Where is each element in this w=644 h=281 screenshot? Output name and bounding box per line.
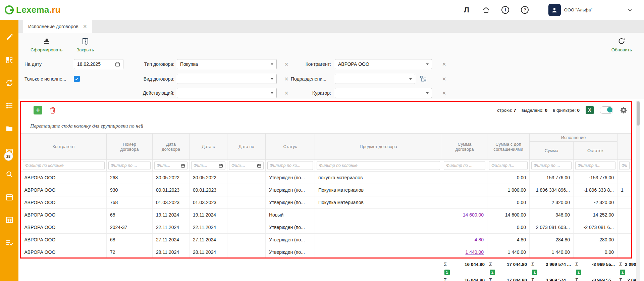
column-header[interactable]: Сумма с доп соглашениями bbox=[487, 134, 530, 160]
grid-toggle[interactable] bbox=[600, 106, 613, 114]
cell[interactable]: 2024-37 bbox=[107, 221, 153, 234]
cell[interactable] bbox=[227, 196, 266, 209]
cell[interactable] bbox=[227, 246, 266, 259]
cell[interactable]: 268 bbox=[107, 172, 153, 184]
cell[interactable]: Покупка материалов bbox=[315, 184, 442, 196]
cell[interactable]: 27.11.2024 bbox=[153, 234, 190, 246]
cell[interactable] bbox=[227, 234, 266, 246]
sum-link[interactable]: 1 440.00 bbox=[466, 249, 484, 255]
cell[interactable]: 09.01.2023 bbox=[153, 184, 190, 196]
cell[interactable]: 1 896 334 896... bbox=[530, 184, 574, 196]
cell[interactable]: 153 776.00 bbox=[530, 172, 574, 184]
cell[interactable] bbox=[227, 184, 266, 196]
cell[interactable] bbox=[442, 184, 487, 196]
sum-link[interactable]: 4.80 bbox=[475, 237, 484, 242]
delete-row-button[interactable] bbox=[48, 106, 57, 114]
column-filter-input[interactable]: Фильтр по ... bbox=[531, 161, 572, 170]
cell[interactable]: Утвержден (по... bbox=[266, 172, 315, 184]
calendar-icon[interactable] bbox=[219, 163, 223, 168]
cell[interactable]: 1 440.00 bbox=[530, 246, 574, 259]
clear-counterparty-icon[interactable]: × bbox=[440, 59, 448, 69]
calendar-icon[interactable] bbox=[257, 163, 261, 168]
cell[interactable]: АВРОРА ООО bbox=[21, 221, 107, 234]
cell[interactable]: 0.00 bbox=[487, 221, 530, 234]
cell[interactable]: АВРОРА ООО bbox=[21, 246, 107, 259]
sum-link[interactable]: 14 600.00 bbox=[463, 212, 484, 218]
cell[interactable]: 27.11.2024 bbox=[190, 234, 227, 246]
table-row[interactable]: АВРОРА ООО7228.11.202428.11.2024Утвержде… bbox=[21, 246, 632, 259]
cell[interactable]: Утвержден (по... bbox=[266, 184, 315, 196]
cell[interactable]: АВРОРА ООО bbox=[21, 172, 107, 184]
cell[interactable] bbox=[227, 172, 266, 184]
calendar-icon[interactable] bbox=[5, 193, 13, 201]
cell[interactable]: 30.05.2022 bbox=[153, 172, 190, 184]
active-select[interactable] bbox=[177, 88, 277, 98]
scrollbar-thumb[interactable] bbox=[637, 101, 640, 126]
cell[interactable]: Утвержден (по... bbox=[266, 234, 315, 246]
clear-active-icon[interactable]: × bbox=[282, 88, 291, 98]
cell[interactable]: -153 776.00 bbox=[574, 172, 618, 184]
contract-kind-select[interactable] bbox=[177, 74, 277, 84]
column-filter-input[interactable]: Фильтр по колонке bbox=[23, 161, 105, 170]
clear-contract-kind-icon[interactable]: × bbox=[282, 74, 291, 84]
cell[interactable]: 2 073 081 603... bbox=[530, 221, 574, 234]
mail-icon[interactable]: 28 bbox=[5, 147, 13, 155]
cell[interactable] bbox=[618, 209, 632, 221]
cell[interactable]: -2 320.00 bbox=[574, 196, 618, 209]
column-filter-input[interactable]: Фильтр п... bbox=[575, 161, 615, 170]
cell[interactable] bbox=[618, 196, 632, 209]
cell[interactable]: 1 440.00 bbox=[487, 246, 530, 259]
column-header[interactable]: Дата с bbox=[190, 134, 227, 160]
cell[interactable]: 19.11.2024 bbox=[190, 209, 227, 221]
cell[interactable] bbox=[442, 221, 487, 234]
help-icon[interactable]: ? bbox=[520, 5, 530, 15]
cell[interactable]: 1 000.00 bbox=[487, 184, 530, 196]
only-executed-checkbox[interactable] bbox=[74, 76, 80, 82]
clear-division-icon[interactable]: × bbox=[440, 74, 448, 84]
tasks-icon[interactable] bbox=[5, 239, 13, 247]
table-row[interactable]: АВРОРА ООО26830.05.202230.05.2022Утвержд… bbox=[21, 172, 632, 184]
calendar-icon[interactable] bbox=[181, 163, 185, 168]
sum-selected-badge[interactable]: Σ bbox=[620, 270, 625, 275]
search-icon[interactable] bbox=[5, 170, 13, 178]
cell[interactable]: 4.80 bbox=[442, 234, 487, 246]
table-row[interactable]: АВРОРА ООО6519.11.202419.11.2024Новый14 … bbox=[21, 209, 632, 221]
table-row[interactable]: АВРОРА ООО93009.01.202309.01.2023Утвержд… bbox=[21, 184, 632, 196]
spreadsheet-icon[interactable] bbox=[5, 216, 13, 224]
curator-select[interactable] bbox=[335, 88, 432, 98]
cell[interactable]: Утвержден (по... bbox=[266, 221, 315, 234]
cell[interactable] bbox=[618, 246, 632, 259]
cell[interactable]: -1 896 333 8... bbox=[574, 184, 618, 196]
account-menu[interactable]: ООО "Альфа" bbox=[548, 4, 592, 16]
cell[interactable]: 14 600.00 bbox=[442, 209, 487, 221]
cell[interactable]: 284.80 bbox=[530, 234, 574, 246]
cell[interactable]: 28.11.2024 bbox=[153, 246, 190, 259]
column-header[interactable]: Дата договора bbox=[153, 134, 190, 160]
column-filter-input[interactable]: Фильтр по ... bbox=[108, 161, 151, 170]
close-button[interactable]: Закрыть bbox=[76, 37, 94, 52]
cell[interactable] bbox=[315, 234, 442, 246]
column-header[interactable]: Сумма договора bbox=[442, 134, 487, 160]
column-header[interactable]: Статус bbox=[266, 134, 315, 160]
division-select[interactable] bbox=[335, 74, 415, 84]
cell[interactable]: 1 bbox=[618, 184, 632, 196]
column-header[interactable]: Контрагент bbox=[21, 134, 107, 160]
column-filter-input[interactable]: Фильтр по ... bbox=[444, 161, 485, 170]
cell[interactable] bbox=[618, 234, 632, 246]
sync-icon[interactable] bbox=[5, 79, 13, 87]
folder-icon[interactable] bbox=[5, 125, 13, 133]
documents-list-icon[interactable] bbox=[5, 102, 13, 110]
cell[interactable]: АВРОРА ООО bbox=[21, 209, 107, 221]
cell[interactable]: 22.11.2024 bbox=[153, 221, 190, 234]
table-row[interactable]: АВРОРА ООО76801.03.202301.03.2023Утвержд… bbox=[21, 196, 632, 209]
cell[interactable]: 01.03.2023 bbox=[153, 196, 190, 209]
cell[interactable]: Утвержден (по... bbox=[266, 246, 315, 259]
cell[interactable]: 28.11.2024 bbox=[190, 246, 227, 259]
cell[interactable] bbox=[618, 221, 632, 234]
sum-selected-badge[interactable]: Σ bbox=[444, 270, 450, 275]
column-filter-input[interactable]: Филь... bbox=[154, 161, 187, 170]
column-filter-input[interactable]: Филь... bbox=[191, 161, 225, 170]
chevron-down-icon[interactable] bbox=[625, 5, 635, 15]
dashboard-icon[interactable] bbox=[5, 56, 13, 64]
clear-curator-icon[interactable]: × bbox=[440, 88, 448, 98]
